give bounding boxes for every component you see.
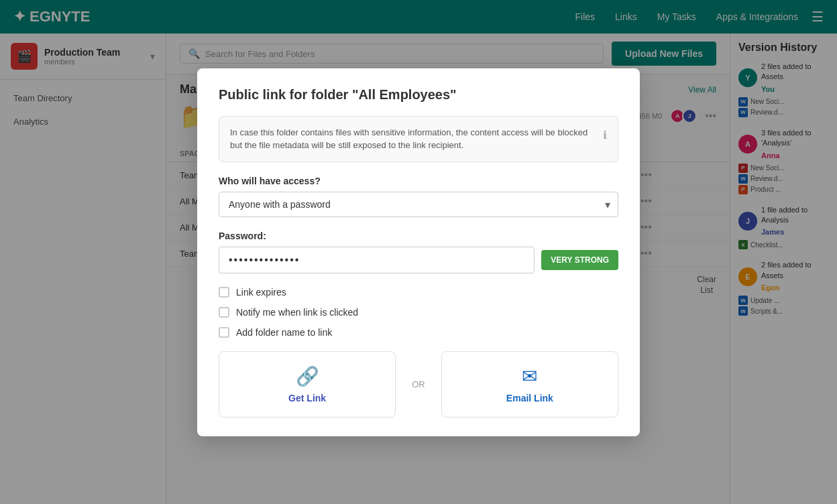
access-select[interactable]: Anyone with a password Anyone with the l… (219, 192, 618, 217)
password-input[interactable] (219, 247, 535, 273)
checkbox-notify-label: Notify me when link is clicked (236, 307, 358, 318)
checkbox-folder-label: Add folder name to link (236, 327, 332, 338)
checkbox-link-expires: Link expires (219, 287, 618, 298)
password-strength-badge: VERY STRONG (541, 250, 618, 270)
checkbox-expires-box[interactable] (219, 287, 229, 298)
access-label: Who will have access? (219, 176, 618, 186)
email-icon: ✉ (522, 365, 537, 387)
modal-info-text: In case this folder contains files with … (230, 126, 595, 152)
access-select-wrapper: Anyone with a password Anyone with the l… (219, 192, 618, 217)
password-row: VERY STRONG (219, 247, 618, 273)
checkbox-folder-name: Add folder name to link (219, 327, 618, 338)
email-link-label: Email Link (506, 393, 553, 403)
or-divider: OR (406, 351, 431, 418)
modal-actions: 🔗 Get Link OR ✉ Email Link (219, 351, 618, 418)
get-link-card[interactable]: 🔗 Get Link (219, 351, 396, 418)
info-icon: ℹ (603, 127, 607, 143)
modal-title: Public link for folder "All Employees" (219, 87, 618, 103)
modal-info-box: In case this folder contains files with … (219, 116, 618, 162)
get-link-label: Get Link (288, 393, 326, 403)
checkbox-expires-label: Link expires (236, 287, 286, 298)
password-section: Password: VERY STRONG (219, 231, 618, 273)
modal: Public link for folder "All Employees" I… (197, 68, 640, 436)
password-label: Password: (219, 231, 618, 241)
link-icon: 🔗 (296, 365, 319, 387)
checkbox-notify-box[interactable] (219, 307, 229, 318)
checkbox-notify: Notify me when link is clicked (219, 307, 618, 318)
checkbox-folder-box[interactable] (219, 327, 229, 338)
email-link-card[interactable]: ✉ Email Link (441, 351, 618, 418)
modal-overlay[interactable]: Public link for folder "All Employees" I… (0, 0, 837, 504)
